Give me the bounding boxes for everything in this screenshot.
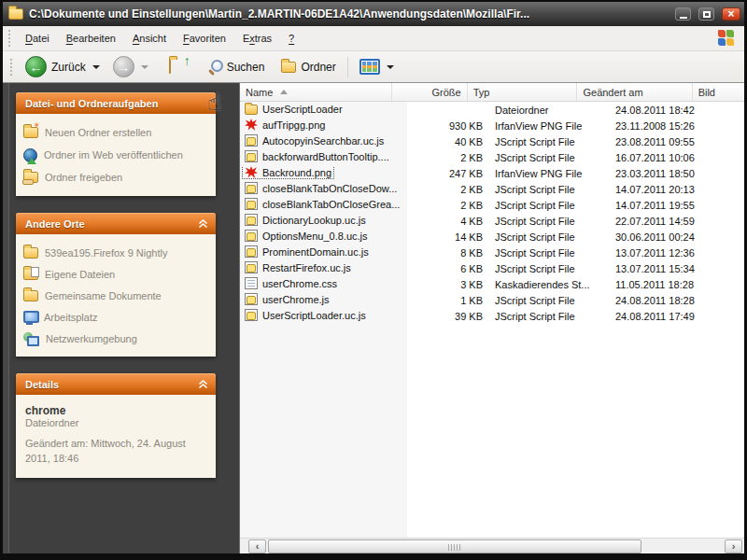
- sidebar-task-item[interactable]: Ordner im Web veröffentlichen: [23, 144, 210, 166]
- window-title: C:\Dokumente und Einstellungen\Martin_2.…: [29, 7, 668, 21]
- tasks-box-header[interactable]: Datei- und Ordneraufgaben: [16, 92, 216, 114]
- collapse-chevron-icon: [198, 380, 208, 389]
- toolbar: ← Zurück → ↑ Suchen Ordner: [3, 51, 744, 83]
- sidebar-task-item[interactable]: Ordner freigeben: [23, 166, 210, 189]
- maximize-button[interactable]: [698, 7, 714, 21]
- js-file-icon: [245, 293, 258, 305]
- menubar: DateiBearbeitenAnsichtFavoritenExtras?: [3, 26, 744, 51]
- table-row[interactable]: AutocopyinSearchbar.uc.js 40 KB JScript …: [240, 133, 744, 149]
- folder-up-icon: ↑: [169, 60, 190, 75]
- back-dropdown-caret: [92, 65, 100, 69]
- folder-file-icon: [245, 105, 258, 115]
- folder-icon: [23, 290, 38, 301]
- column-header-type[interactable]: Typ: [468, 83, 578, 101]
- sidebar-task-item[interactable]: Gemeinsame Dokumente: [23, 285, 210, 306]
- js-file-icon: [245, 214, 258, 226]
- sidebar: Datei- und Ordneraufgaben Neuen Ordner e…: [3, 83, 240, 554]
- file-rows: UserScriptLoader Dateiordner 24.08.2011 …: [240, 102, 744, 538]
- back-arrow-icon: ←: [25, 56, 47, 77]
- menu-item[interactable]: Ansicht: [124, 29, 175, 48]
- sidebar-task-item[interactable]: 539ea195.Firefox 9 Nightly: [23, 242, 210, 263]
- column-header-modified[interactable]: Geändert am: [577, 83, 692, 101]
- js-file-icon: [245, 309, 258, 321]
- menu-item[interactable]: Bearbeiten: [58, 29, 124, 48]
- column-header-size[interactable]: Größe: [392, 83, 468, 101]
- sidebar-task-item[interactable]: Eigene Dateien: [23, 263, 210, 285]
- table-row[interactable]: userChrome.js 1 KB JScript Script File 2…: [240, 292, 744, 308]
- table-row[interactable]: aufTripgg.png 930 KB IrfanView PNG File …: [240, 118, 744, 133]
- places-box-title: Andere Orte: [25, 218, 85, 230]
- column-header-image[interactable]: Bild: [693, 83, 744, 101]
- toolbar-separator: [347, 57, 348, 77]
- folders-label: Ordner: [301, 61, 335, 74]
- table-row[interactable]: UserScriptLoader.uc.js 39 KB JScript Scr…: [240, 308, 744, 324]
- sidebar-task-item[interactable]: Netzwerkumgebung: [23, 328, 210, 349]
- views-dropdown-caret: [387, 65, 394, 69]
- views-button[interactable]: [355, 57, 399, 77]
- folders-icon: [281, 62, 296, 73]
- table-row[interactable]: UserScriptLoader Dateiordner 24.08.2011 …: [240, 102, 744, 118]
- table-row[interactable]: ProminentDomain.uc.js 8 KB JScript Scrip…: [240, 245, 744, 260]
- horizontal-scrollbar[interactable]: ‹ ›: [240, 538, 744, 554]
- js-file-icon: [245, 230, 258, 242]
- column-header-name[interactable]: Name: [240, 83, 392, 101]
- scroll-left-button[interactable]: ‹: [248, 539, 266, 553]
- sidebar-task-item[interactable]: Arbeitsplatz: [23, 306, 210, 328]
- toolbar-grip[interactable]: [10, 59, 12, 76]
- scroll-right-button[interactable]: ›: [725, 539, 742, 553]
- forward-dropdown-caret: [141, 65, 148, 69]
- menu-item[interactable]: Favoriten: [175, 29, 234, 48]
- explorer-window: C:\Dokumente und Einstellungen\Martin_2.…: [0, 0, 747, 560]
- details-item-name: chrome: [25, 404, 206, 417]
- table-row[interactable]: userChrome.css 3 KB Kaskadierendes St...…: [240, 276, 744, 292]
- places-box-header[interactable]: Andere Orte: [16, 213, 216, 234]
- back-label: Zurück: [51, 61, 86, 74]
- collapse-chevron-icon: [198, 219, 208, 229]
- minimize-button[interactable]: [675, 7, 691, 21]
- folder-new-icon: [23, 127, 38, 138]
- back-button[interactable]: ← Zurück: [21, 54, 105, 79]
- globe-publish-icon: [23, 148, 37, 162]
- table-row[interactable]: Backround.png 247 KB IrfanView PNG File …: [240, 165, 744, 181]
- menu-item[interactable]: ?: [280, 29, 303, 48]
- computer-icon: [23, 310, 37, 324]
- details-body: chrome Dateiordner Geändert am: Mittwoch…: [16, 395, 216, 478]
- png-file-icon: [245, 119, 258, 131]
- menu-item[interactable]: Extras: [234, 29, 280, 48]
- details-box-title: Details: [25, 379, 59, 390]
- folder-icon: [23, 247, 38, 259]
- menu-item[interactable]: Datei: [17, 29, 58, 48]
- js-file-icon: [245, 261, 258, 273]
- views-icon: [359, 59, 380, 75]
- details-item-modified: Geändert am: Mittwoch, 24. August 2011, …: [25, 437, 206, 467]
- folder-icon: [8, 8, 23, 20]
- table-row[interactable]: closeBlankTabOnCloseGrea... 2 KB JScript…: [240, 197, 744, 213]
- search-label: Suchen: [227, 61, 265, 74]
- js-file-icon: [245, 198, 258, 210]
- table-row[interactable]: backforwardButtonTooltip.... 2 KB JScrip…: [240, 149, 744, 165]
- forward-button[interactable]: →: [108, 54, 153, 79]
- table-row[interactable]: OptionsMenu_0.8.uc.js 14 KB JScript Scri…: [240, 229, 744, 245]
- places-box: Andere Orte 539ea195.Firefox 9 Nightly E…: [16, 213, 216, 357]
- details-box-header[interactable]: Details: [16, 373, 216, 395]
- table-row[interactable]: closeBlankTabOnCloseDow... 2 KB JScript …: [240, 181, 744, 197]
- scrollbar-thumb[interactable]: [268, 539, 641, 553]
- js-file-icon: [245, 150, 258, 162]
- menubar-grip[interactable]: [8, 30, 10, 47]
- js-file-icon: [245, 245, 258, 258]
- sort-ascending-icon: [280, 90, 288, 94]
- my-documents-icon: [23, 269, 38, 280]
- table-row[interactable]: DictionaryLookup.uc.js 4 KB JScript Scri…: [240, 213, 744, 229]
- sidebar-task-item[interactable]: Neuen Ordner erstellen: [23, 121, 210, 144]
- file-list: Name Größe Typ Geändert am Bild UserScri…: [240, 83, 744, 554]
- search-button[interactable]: Suchen: [204, 58, 270, 76]
- tasks-box: Datei- und Ordneraufgaben Neuen Ordner e…: [16, 92, 216, 196]
- close-button[interactable]: ×: [722, 7, 740, 21]
- up-button[interactable]: ↑: [164, 58, 194, 77]
- titlebar: C:\Dokumente und Einstellungen\Martin_2.…: [3, 2, 744, 26]
- png-file-icon: [245, 166, 258, 178]
- folders-button[interactable]: Ordner: [276, 59, 340, 76]
- table-row[interactable]: RestartFirefox.uc.js 6 KB JScript Script…: [240, 260, 744, 276]
- js-file-icon: [245, 182, 258, 194]
- network-icon: [23, 332, 39, 345]
